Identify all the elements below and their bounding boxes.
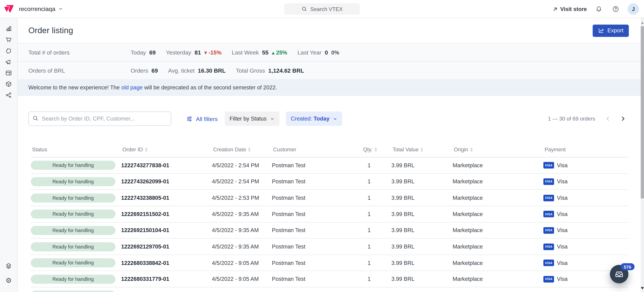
pagination: 1 — 30 of 69 orders: [548, 112, 626, 126]
payment-cell: VISAVisa: [544, 195, 628, 201]
qty-cell: 1: [362, 260, 391, 266]
status-cell: Ready for handling: [31, 193, 121, 202]
column-header-label: Customer: [273, 146, 296, 152]
export-label: Export: [607, 27, 624, 33]
status-cell: Ready for handling: [31, 226, 121, 235]
table-row[interactable]: Ready for handling1222692151502-014/5/20…: [31, 206, 628, 222]
column-header-qty[interactable]: Qty.: [362, 146, 391, 152]
metric-label: Total Gross: [236, 67, 265, 74]
column-header-creation-date[interactable]: Creation Date: [212, 146, 272, 152]
table-row[interactable]: Ready for handling1222743262099-014/5/20…: [31, 174, 628, 190]
visa-card-icon: VISA: [544, 243, 554, 250]
metric-label: Last Week: [232, 49, 259, 55]
table-row[interactable]: Ready for handling1222743238805-014/5/20…: [31, 190, 628, 206]
stats-metric: Yesterday81▾ -15%: [166, 49, 222, 55]
visa-card-icon: VISA: [544, 211, 554, 218]
sort-arrows-icon: [248, 147, 251, 151]
payment-label: Visa: [557, 211, 568, 217]
previous-page-button[interactable]: [605, 116, 611, 122]
payment-label: Visa: [557, 227, 568, 233]
status-cell: Ready for handling: [31, 275, 121, 284]
created-filter-dropdown[interactable]: Created: Today: [286, 112, 342, 126]
vtex-admin-window: recorrenciaqa Search VTEX Visit store: [0, 0, 644, 292]
scroll-down-arrow[interactable]: [641, 287, 644, 290]
table-row[interactable]: Ready for handling1222680331779-014/5/20…: [31, 271, 628, 288]
column-header-label: Payment: [545, 146, 566, 152]
page-scrollbar[interactable]: [641, 18, 644, 292]
payment-cell: VISAVisa: [544, 227, 628, 234]
global-search-button[interactable]: Search VTEX: [284, 3, 360, 15]
scroll-up-arrow[interactable]: [641, 22, 644, 24]
payment-label: Visa: [557, 260, 568, 266]
column-header-total-value[interactable]: Total Value: [391, 146, 452, 152]
sidebar-item-orders[interactable]: [2, 34, 16, 45]
user-avatar[interactable]: J: [628, 3, 639, 15]
filter-by-status-dropdown[interactable]: Filter by Status: [225, 112, 279, 126]
tag-icon: [5, 47, 12, 54]
order-search-input[interactable]: [28, 112, 171, 126]
metric-delta: ▴ 25%: [272, 49, 287, 55]
qty-cell: 1: [362, 227, 391, 233]
status-badge: Ready for handling: [31, 177, 116, 186]
sidebar-item-promotions[interactable]: [2, 45, 16, 56]
column-header-order-id[interactable]: Order ID: [121, 146, 212, 152]
origin-cell: Marketplace: [452, 227, 543, 233]
table-row[interactable]: Ready for handling: [31, 288, 628, 292]
sidebar: ⚙: [0, 18, 18, 292]
banner-text-pre: Welcome to the new experience! The: [28, 84, 120, 91]
sidebar-item-marketing[interactable]: [2, 56, 16, 67]
activity-inbox-fab[interactable]: 576: [610, 265, 628, 283]
megaphone-icon: [5, 58, 12, 65]
total-value-cell: 3.99 BRL: [391, 227, 452, 233]
created-filter-label: Created: Today: [291, 116, 330, 122]
global-search-label: Search VTEX: [310, 6, 343, 12]
origin-cell: Marketplace: [452, 179, 543, 185]
table-row[interactable]: Ready for handling1222680338842-014/5/20…: [31, 255, 628, 271]
metric-delta: ▾ -15%: [204, 49, 222, 55]
account-name: recorrenciaqa: [19, 5, 55, 12]
search-icon: [301, 6, 307, 12]
next-page-button[interactable]: [620, 116, 626, 122]
status-cell: Ready for handling: [31, 177, 121, 186]
export-button[interactable]: Export: [592, 24, 629, 37]
column-header-label: Creation Date: [213, 146, 246, 152]
origin-cell: Marketplace: [452, 276, 543, 282]
sidebar-item-products[interactable]: [2, 78, 16, 89]
creation-date-cell: 4/5/2022 - 2:53 PM: [212, 195, 272, 201]
sidebar-item-analytics[interactable]: [2, 23, 16, 34]
brand-area: recorrenciaqa: [0, 4, 63, 13]
page-title: Order listing: [28, 26, 73, 35]
account-switcher[interactable]: recorrenciaqa: [19, 5, 62, 12]
sidebar-item-storefront[interactable]: [2, 67, 16, 78]
sidebar-item-settings[interactable]: ⚙: [2, 275, 16, 286]
order-id-cell: 1222743277838-01: [121, 162, 212, 168]
metric-value: 0: [325, 49, 328, 55]
table-row[interactable]: Ready for handling1222743277838-014/5/20…: [31, 157, 628, 174]
visit-store-label: Visit store: [560, 6, 587, 12]
table-row[interactable]: Ready for handling1222692150104-014/5/20…: [31, 222, 628, 239]
old-page-link[interactable]: old page: [121, 84, 142, 91]
customer-cell: Postman Test: [272, 227, 362, 233]
visit-store-button[interactable]: Visit store: [552, 6, 587, 12]
chart-line-icon: [598, 27, 604, 33]
payment-label: Visa: [557, 162, 568, 168]
status-badge: Ready for handling: [31, 275, 116, 284]
vtex-logo-icon[interactable]: [4, 4, 14, 13]
stats-metric: Total Gross1,124.62 BRL: [236, 67, 304, 74]
help-button[interactable]: [611, 4, 620, 14]
chevron-down-icon: [58, 6, 63, 11]
customer-cell: Postman Test: [272, 244, 362, 250]
order-id-cell: 1222743238805-01: [121, 195, 212, 201]
scrollbar-thumb[interactable]: [641, 26, 644, 198]
visa-card-icon: VISA: [544, 195, 554, 201]
metric-label: Orders: [130, 67, 148, 74]
search-icon: [32, 115, 38, 123]
sidebar-item-integrations[interactable]: [2, 89, 16, 100]
sidebar-item-apps[interactable]: [2, 260, 16, 271]
notifications-button[interactable]: [594, 4, 604, 14]
column-header-origin[interactable]: Origin: [452, 146, 543, 152]
metric-label: Last Year: [298, 49, 321, 55]
all-filters-button[interactable]: All filters: [186, 116, 218, 122]
table-row[interactable]: Ready for handling1222692129705-014/5/20…: [31, 239, 628, 255]
inbox-tray-icon: [614, 270, 624, 279]
